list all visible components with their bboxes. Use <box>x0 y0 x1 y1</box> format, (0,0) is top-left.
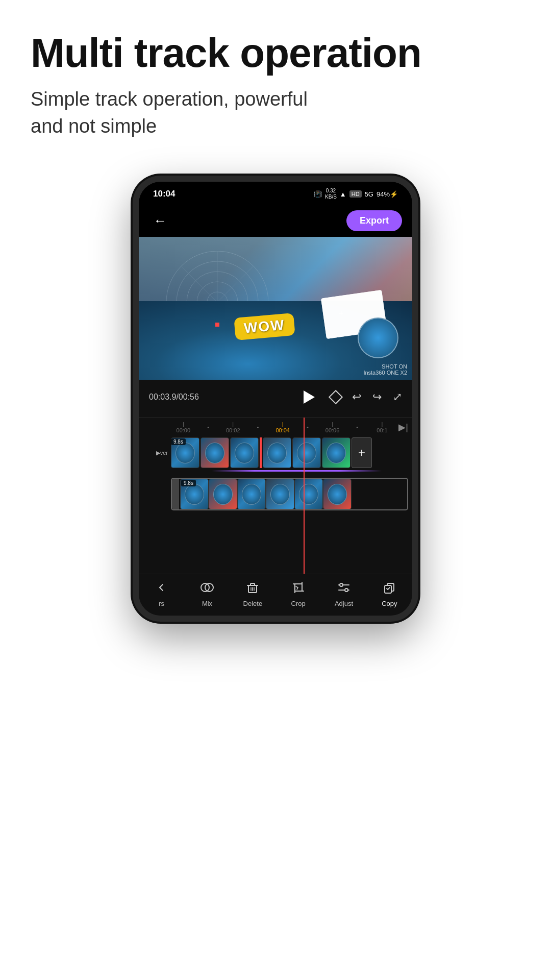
status-time: 10:04 <box>153 189 175 199</box>
timeline-container: |00:00 • |00:02 • |00:04 • |00:06 • |00:… <box>139 418 412 574</box>
video-watermark: SHOT ON Insta360 ONE X2 <box>363 363 407 376</box>
toolbar-crop[interactable]: Crop <box>276 580 321 607</box>
track-indicator-line <box>169 470 382 472</box>
svg-point-18 <box>340 583 343 586</box>
tick-dot1: • <box>196 424 221 430</box>
clip2-6[interactable] <box>323 479 352 509</box>
time-display: 00:03.9/00:56 <box>149 393 199 402</box>
track2-handle[interactable] <box>172 479 179 509</box>
add-clip-button[interactable]: + <box>352 437 372 468</box>
redo-button[interactable]: ↪ <box>372 390 382 404</box>
crop-icon <box>291 580 306 597</box>
keyframe-button[interactable] <box>331 392 341 402</box>
filters-label: rs <box>159 600 164 607</box>
track-row-1: ▶ver 9.8s <box>139 435 412 470</box>
tick-6: |00:06 <box>320 421 345 433</box>
cut-indicator <box>260 437 262 468</box>
ruler-ticks: |00:00 • |00:02 • |00:04 • |00:06 • |00:… <box>171 421 394 433</box>
plus-marker: + <box>338 308 344 319</box>
clip2-5[interactable] <box>294 479 323 509</box>
track-row-2: 9.8s <box>139 474 412 512</box>
track1-badge: 9.8s <box>171 438 186 445</box>
tick-dot2: • <box>245 424 270 430</box>
playback-row: 00:03.9/00:56 ↩ ↪ ⤢ <box>149 387 402 407</box>
tick-0: |00:00 <box>171 421 196 433</box>
toolbar-copy[interactable]: Copy <box>367 580 412 607</box>
battery-icon: 94%⚡ <box>377 190 398 198</box>
svg-point-19 <box>345 589 348 592</box>
app-header: ← Export <box>139 204 412 237</box>
copy-icon <box>382 580 396 597</box>
phone-frame-wrapper: 10:04 📳 0.32KB/S ▲ HD 5G 94%⚡ ← Export <box>0 176 551 622</box>
mix-icon <box>200 580 214 597</box>
adjust-label: Adjust <box>335 600 353 607</box>
hd-badge: HD <box>349 190 362 198</box>
play-button[interactable] <box>299 387 319 407</box>
delete-icon <box>245 580 260 597</box>
adjust-icon <box>337 580 351 597</box>
wifi-icon: ▲ <box>340 190 346 198</box>
signal-icon: 5G <box>365 190 373 198</box>
clip2-4[interactable] <box>266 479 294 509</box>
toolbar-mix[interactable]: Mix <box>184 580 230 607</box>
clip-6[interactable] <box>322 437 350 468</box>
track-clips-2: 9.8s <box>171 478 408 510</box>
red-marker <box>215 323 219 327</box>
playback-buttons: ↩ ↪ ⤢ <box>299 387 402 407</box>
back-button[interactable]: ← <box>149 209 171 232</box>
status-bar: 10:04 📳 0.32KB/S ▲ HD 5G 94%⚡ <box>139 182 412 204</box>
expand-button[interactable]: ⤢ <box>393 390 402 404</box>
copy-label: Copy <box>382 600 397 607</box>
mix-label: Mix <box>202 600 212 607</box>
video-preview: WOW + SHOT ON Insta360 ONE X2 <box>139 237 412 380</box>
filters-icon <box>155 580 169 597</box>
play-icon <box>304 390 315 404</box>
data-rate: 0.32KB/S <box>325 188 337 200</box>
clip-3[interactable] <box>230 437 259 468</box>
tick-end: |00:1 <box>370 421 395 433</box>
tick-4: |00:04 <box>270 421 295 433</box>
clip-2[interactable] <box>201 437 229 468</box>
svg-rect-15 <box>295 584 302 591</box>
clip-5[interactable] <box>292 437 321 468</box>
tick-dot3: • <box>295 424 320 430</box>
clip2-2[interactable] <box>209 479 237 509</box>
bottom-toolbar: rs Mix <box>139 574 412 616</box>
status-icons: 📳 0.32KB/S ▲ HD 5G 94%⚡ <box>314 188 398 200</box>
page-subtitle: Simple track operation, powerfuland not … <box>31 86 520 140</box>
track-clips-1: 9.8s <box>171 437 408 468</box>
track2-badge: 9.8s <box>181 480 196 486</box>
timeline-empty-space <box>139 512 412 574</box>
export-button[interactable]: Export <box>346 210 402 231</box>
toolbar-delete[interactable]: Delete <box>230 580 276 607</box>
clip-4[interactable] <box>263 437 291 468</box>
toolbar-filters[interactable]: rs <box>139 580 184 607</box>
skip-end-button[interactable]: ▶| <box>398 422 408 433</box>
page-header: Multi track operation Simple track opera… <box>0 0 551 155</box>
page-title: Multi track operation <box>31 31 520 76</box>
video-canvas: WOW + SHOT ON Insta360 ONE X2 <box>139 237 412 380</box>
tick-dot4: • <box>345 424 370 430</box>
controls-area: 00:03.9/00:56 ↩ ↪ ⤢ <box>139 380 412 418</box>
crop-label: Crop <box>291 600 306 607</box>
track-label-1: ▶ver <box>143 450 171 456</box>
undo-button[interactable]: ↩ <box>352 390 361 404</box>
delete-label: Delete <box>243 600 263 607</box>
vibrate-icon: 📳 <box>314 190 322 198</box>
diamond-icon <box>329 390 343 404</box>
timeline-ruler: |00:00 • |00:02 • |00:04 • |00:06 • |00:… <box>139 418 412 435</box>
tick-2: |00:02 <box>220 421 245 433</box>
clip2-3[interactable] <box>237 479 266 509</box>
phone-frame: 10:04 📳 0.32KB/S ▲ HD 5G 94%⚡ ← Export <box>133 176 418 622</box>
toolbar-adjust[interactable]: Adjust <box>321 580 366 607</box>
